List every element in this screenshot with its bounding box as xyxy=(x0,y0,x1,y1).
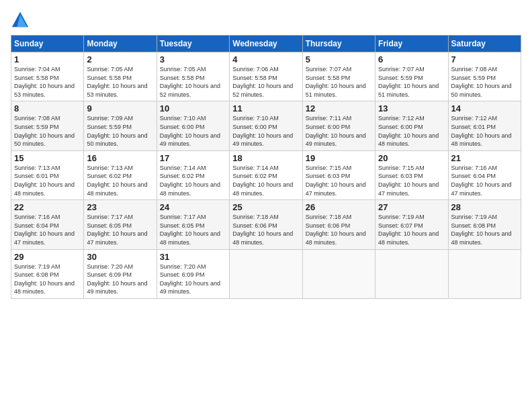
day-header: Friday xyxy=(375,36,448,52)
calendar-day: 29 Sunrise: 7:19 AMSunset: 6:08 PMDaylig… xyxy=(11,249,84,298)
calendar-day: 7 Sunrise: 7:08 AMSunset: 5:59 PMDayligh… xyxy=(448,52,521,101)
calendar-day: 27 Sunrise: 7:19 AMSunset: 6:07 PMDaylig… xyxy=(375,200,448,249)
calendar-day: 20 Sunrise: 7:15 AMSunset: 6:03 PMDaylig… xyxy=(375,150,448,199)
day-number: 29 xyxy=(14,252,81,262)
day-info: Sunrise: 7:07 AMSunset: 5:59 PMDaylight:… xyxy=(378,65,445,99)
day-number: 8 xyxy=(14,103,81,113)
calendar-day: 13 Sunrise: 7:12 AMSunset: 6:00 PMDaylig… xyxy=(375,101,448,150)
day-number: 14 xyxy=(451,103,518,113)
day-number: 6 xyxy=(378,54,445,64)
day-info: Sunrise: 7:04 AMSunset: 5:58 PMDaylight:… xyxy=(14,65,81,99)
day-number: 27 xyxy=(378,202,445,212)
day-number: 12 xyxy=(306,103,372,113)
calendar-day: 6 Sunrise: 7:07 AMSunset: 5:59 PMDayligh… xyxy=(375,52,448,101)
day-number: 3 xyxy=(160,54,226,64)
logo-icon xyxy=(11,11,30,30)
day-header: Thursday xyxy=(302,36,375,52)
day-number: 9 xyxy=(87,103,153,113)
day-number: 7 xyxy=(451,54,518,64)
calendar-day: 30 Sunrise: 7:20 AMSunset: 6:09 PMDaylig… xyxy=(84,249,157,298)
day-info: Sunrise: 7:13 AMSunset: 6:02 PMDaylight:… xyxy=(87,164,153,197)
day-number: 28 xyxy=(451,202,518,212)
day-info: Sunrise: 7:19 AMSunset: 6:08 PMDaylight:… xyxy=(451,213,518,246)
calendar-day: 2 Sunrise: 7:05 AMSunset: 5:58 PMDayligh… xyxy=(84,52,157,101)
day-number: 15 xyxy=(14,153,81,163)
day-info: Sunrise: 7:08 AMSunset: 5:59 PMDaylight:… xyxy=(14,114,81,148)
day-info: Sunrise: 7:08 AMSunset: 5:59 PMDaylight:… xyxy=(451,65,518,99)
day-number: 26 xyxy=(306,202,372,212)
calendar-day: 17 Sunrise: 7:14 AMSunset: 6:02 PMDaylig… xyxy=(157,150,229,199)
calendar-day: 15 Sunrise: 7:13 AMSunset: 6:01 PMDaylig… xyxy=(11,150,84,199)
day-info: Sunrise: 7:10 AMSunset: 6:00 PMDaylight:… xyxy=(160,114,226,148)
day-header: Saturday xyxy=(448,36,521,52)
day-header: Wednesday xyxy=(230,36,302,52)
day-number: 22 xyxy=(14,202,81,212)
calendar-week: 8 Sunrise: 7:08 AMSunset: 5:59 PMDayligh… xyxy=(11,101,521,150)
day-info: Sunrise: 7:16 AMSunset: 6:04 PMDaylight:… xyxy=(451,164,518,197)
day-info: Sunrise: 7:09 AMSunset: 5:59 PMDaylight:… xyxy=(87,114,153,148)
day-number: 4 xyxy=(232,54,299,64)
day-info: Sunrise: 7:18 AMSunset: 6:06 PMDaylight:… xyxy=(306,213,372,246)
day-info: Sunrise: 7:11 AMSunset: 6:00 PMDaylight:… xyxy=(306,114,372,148)
day-number: 20 xyxy=(378,153,445,163)
header-row: SundayMondayTuesdayWednesdayThursdayFrid… xyxy=(11,36,521,52)
calendar-day: 18 Sunrise: 7:14 AMSunset: 6:02 PMDaylig… xyxy=(230,150,302,199)
header xyxy=(11,8,521,30)
calendar-day xyxy=(375,249,448,298)
day-info: Sunrise: 7:07 AMSunset: 5:58 PMDaylight:… xyxy=(306,65,372,99)
day-number: 19 xyxy=(306,153,372,163)
calendar-day: 1 Sunrise: 7:04 AMSunset: 5:58 PMDayligh… xyxy=(11,52,84,101)
day-header: Tuesday xyxy=(157,36,229,52)
day-info: Sunrise: 7:16 AMSunset: 6:04 PMDaylight:… xyxy=(14,213,81,246)
calendar-table: SundayMondayTuesdayWednesdayThursdayFrid… xyxy=(11,35,521,299)
day-number: 10 xyxy=(160,103,226,113)
day-number: 2 xyxy=(87,54,153,64)
day-info: Sunrise: 7:17 AMSunset: 6:05 PMDaylight:… xyxy=(87,213,153,246)
calendar-day: 5 Sunrise: 7:07 AMSunset: 5:58 PMDayligh… xyxy=(302,52,375,101)
calendar-day: 26 Sunrise: 7:18 AMSunset: 6:06 PMDaylig… xyxy=(302,200,375,249)
day-info: Sunrise: 7:19 AMSunset: 6:07 PMDaylight:… xyxy=(378,213,445,246)
calendar-day: 16 Sunrise: 7:13 AMSunset: 6:02 PMDaylig… xyxy=(84,150,157,199)
calendar-day: 23 Sunrise: 7:17 AMSunset: 6:05 PMDaylig… xyxy=(84,200,157,249)
calendar-week: 15 Sunrise: 7:13 AMSunset: 6:01 PMDaylig… xyxy=(11,150,521,199)
calendar-day: 21 Sunrise: 7:16 AMSunset: 6:04 PMDaylig… xyxy=(448,150,521,199)
day-number: 16 xyxy=(87,153,153,163)
day-number: 13 xyxy=(378,103,445,113)
calendar-week: 22 Sunrise: 7:16 AMSunset: 6:04 PMDaylig… xyxy=(11,200,521,249)
calendar-day: 19 Sunrise: 7:15 AMSunset: 6:03 PMDaylig… xyxy=(302,150,375,199)
day-number: 25 xyxy=(232,202,299,212)
calendar-day: 14 Sunrise: 7:12 AMSunset: 6:01 PMDaylig… xyxy=(448,101,521,150)
day-number: 11 xyxy=(232,103,299,113)
day-number: 23 xyxy=(87,202,153,212)
calendar-week: 29 Sunrise: 7:19 AMSunset: 6:08 PMDaylig… xyxy=(11,249,521,298)
page-container: SundayMondayTuesdayWednesdayThursdayFrid… xyxy=(0,0,532,304)
day-info: Sunrise: 7:15 AMSunset: 6:03 PMDaylight:… xyxy=(306,164,372,197)
day-number: 1 xyxy=(14,54,81,64)
day-info: Sunrise: 7:17 AMSunset: 6:05 PMDaylight:… xyxy=(160,213,226,246)
calendar-week: 1 Sunrise: 7:04 AMSunset: 5:58 PMDayligh… xyxy=(11,52,521,101)
day-info: Sunrise: 7:15 AMSunset: 6:03 PMDaylight:… xyxy=(378,164,445,197)
calendar-day xyxy=(448,249,521,298)
day-info: Sunrise: 7:06 AMSunset: 5:58 PMDaylight:… xyxy=(232,65,299,99)
calendar-day: 11 Sunrise: 7:10 AMSunset: 6:00 PMDaylig… xyxy=(230,101,302,150)
calendar-day: 24 Sunrise: 7:17 AMSunset: 6:05 PMDaylig… xyxy=(157,200,229,249)
day-header: Monday xyxy=(84,36,157,52)
day-info: Sunrise: 7:12 AMSunset: 6:01 PMDaylight:… xyxy=(451,114,518,148)
day-number: 18 xyxy=(232,153,299,163)
day-number: 30 xyxy=(87,252,153,262)
day-info: Sunrise: 7:13 AMSunset: 6:01 PMDaylight:… xyxy=(14,164,81,197)
day-info: Sunrise: 7:12 AMSunset: 6:00 PMDaylight:… xyxy=(378,114,445,148)
logo xyxy=(11,11,31,30)
day-number: 21 xyxy=(451,153,518,163)
calendar-day: 3 Sunrise: 7:05 AMSunset: 5:58 PMDayligh… xyxy=(157,52,229,101)
calendar-day xyxy=(230,249,302,298)
day-header: Sunday xyxy=(11,36,84,52)
day-info: Sunrise: 7:14 AMSunset: 6:02 PMDaylight:… xyxy=(232,164,299,197)
calendar-day xyxy=(302,249,375,298)
calendar-day: 31 Sunrise: 7:20 AMSunset: 6:09 PMDaylig… xyxy=(157,249,229,298)
day-number: 31 xyxy=(160,252,226,262)
day-info: Sunrise: 7:19 AMSunset: 6:08 PMDaylight:… xyxy=(14,263,81,296)
day-info: Sunrise: 7:14 AMSunset: 6:02 PMDaylight:… xyxy=(160,164,226,197)
calendar-day: 22 Sunrise: 7:16 AMSunset: 6:04 PMDaylig… xyxy=(11,200,84,249)
day-number: 24 xyxy=(160,202,226,212)
